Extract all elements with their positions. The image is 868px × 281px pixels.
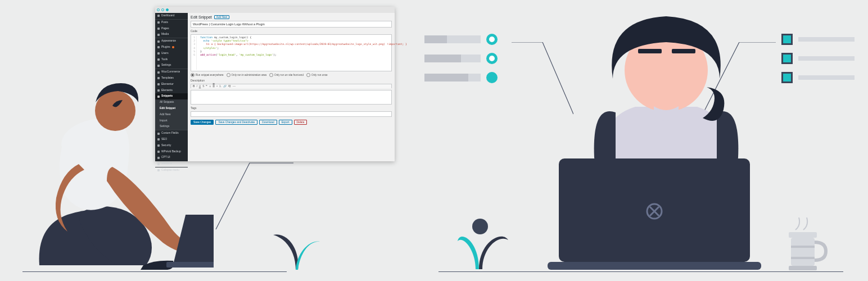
sidebar-item-woocommerce[interactable]: WooCommerce [155,69,188,75]
sidebar-item-cpt[interactable]: CPT UI [155,155,188,161]
sidebar-sub-add-new[interactable]: Add New [155,112,188,118]
svg-rect-13 [791,238,815,266]
sidebar-item-appearance[interactable]: Appearance [155,38,188,44]
slider-row [424,53,509,64]
sidebar-item-settings[interactable]: Settings [155,62,188,69]
sidebar-item-pages[interactable]: Pages [155,26,188,32]
svg-rect-16 [789,266,817,270]
checkbox-list-illustration [781,34,855,91]
unlink-icon[interactable]: ⛓ [228,85,231,88]
sidebar-item-snippets[interactable]: Snippets [155,93,188,99]
svg-rect-7 [548,262,761,270]
svg-point-11 [472,219,488,234]
rte-toolbar[interactable]: B I U S ❝ ≡ ≣ • 1. 🔗 ⛓ ⋯ [191,84,392,88]
plant-illustration-right [458,217,508,271]
sidebar-item-users[interactable]: Users [155,51,188,57]
code-editor-window: Dashboard Posts Pages Media Appearance P… [155,7,395,161]
link-icon[interactable]: 🔗 [223,85,227,88]
slider-controls-illustration [424,34,509,91]
code-editor[interactable]: 123456 function my_custom_login_logo() {… [191,34,392,71]
align-center-icon[interactable]: ≣ [213,85,215,88]
tags-input[interactable] [191,111,392,117]
window-dot [166,8,169,11]
window-dot [157,8,160,11]
action-button-row: Save Changes Save Changes and Deactivate… [191,120,392,125]
save-deactivate-button[interactable]: Save Changes and Deactivate [215,120,257,125]
update-badge-icon [172,46,174,48]
checkbox-icon [781,72,793,83]
svg-rect-12 [789,232,817,238]
checkbox-icon [781,34,793,45]
radio-frontend[interactable]: Only run on site front-end [269,73,304,77]
slider-row [424,34,509,45]
check-row [781,34,855,45]
sidebar-item-elements[interactable]: Elements [155,88,188,94]
sidebar-item-statistics[interactable]: Statistics [155,161,188,167]
quote-icon[interactable]: ❝ [206,85,207,88]
sidebar-item-templates[interactable]: Templates [155,75,188,81]
export-button[interactable]: Export [279,120,292,125]
slider-knob [486,34,498,45]
sidebar-item-posts[interactable]: Posts [155,19,188,26]
slider-knob [486,72,498,83]
sidebar-sub-all-snippets[interactable]: All Snippets [155,99,188,106]
sidebar-item-custom-fields[interactable]: Custom Fields [155,130,188,137]
svg-rect-15 [791,257,815,259]
code-label: Code [191,29,392,33]
sidebar-sub-settings[interactable]: Settings [155,124,188,130]
sidebar-item-elementor[interactable]: Elementor [155,81,188,88]
italic-icon[interactable]: I [196,85,197,88]
wp-admin-sidebar: Dashboard Posts Pages Media Appearance P… [155,13,188,161]
add-new-button[interactable]: Add New [214,15,229,19]
description-label: Description [191,79,392,82]
radio-admin[interactable]: Only run in administration area [227,73,267,77]
coffee-cup-illustration [784,217,829,271]
sidebar-item-dashboard[interactable]: Dashboard [155,13,188,19]
sidebar-item-plugins[interactable]: Plugins [155,44,188,51]
align-left-icon[interactable]: ≡ [209,85,211,88]
page-title: Edit Snippet Add New [191,15,392,19]
sidebar-item-seo[interactable]: SEO [155,137,188,143]
list-ul-icon[interactable]: • [216,85,218,88]
laptop-front-illustration [548,158,761,271]
svg-rect-4 [672,49,695,53]
slider-row [424,72,509,83]
run-scope-radios: Run snippet everywhere Only run in admin… [191,73,392,77]
sidebar-sub-import[interactable]: Import [155,118,188,124]
window-titlebar [155,7,395,13]
sidebar-item-tools[interactable]: Tools [155,57,188,63]
svg-rect-14 [791,246,815,248]
svg-rect-1 [166,262,214,268]
delete-button[interactable]: Delete [294,120,308,125]
underline-icon[interactable]: U [199,85,201,88]
more-icon[interactable]: ⋯ [233,85,236,88]
save-button[interactable]: Save Changes [191,120,214,125]
radio-once[interactable]: Only run once [306,73,328,77]
checkbox-icon [781,53,793,64]
check-row [781,72,855,83]
sidebar-item-collapse[interactable]: Collapse menu [155,167,188,174]
description-textarea[interactable] [191,90,392,105]
radio-everywhere[interactable]: Run snippet everywhere [191,73,224,77]
slider-knob [486,53,498,64]
strike-icon[interactable]: S [202,85,204,88]
sidebar-item-security[interactable]: Security [155,143,188,149]
bold-icon[interactable]: B [193,85,195,88]
page-title-text: Edit Snippet [191,15,212,19]
window-dot [161,8,164,11]
svg-rect-3 [638,49,662,53]
list-ol-icon[interactable]: 1. [219,85,221,88]
plant-illustration-left [270,220,320,271]
sidebar-item-media[interactable]: Media [155,31,188,38]
check-row [781,53,855,64]
ground-line-left [22,271,287,273]
sidebar-item-backup[interactable]: WPvivid Backup [155,149,188,155]
download-button[interactable]: Download [259,120,277,125]
tags-label: Tags [191,106,392,110]
svg-point-0 [95,90,135,131]
snippet-title-input[interactable]: WordPress | Customize Login Logo Without… [191,21,392,28]
editor-main-panel: Edit Snippet Add New WordPress | Customi… [188,13,395,161]
connector-line-middle-left [512,42,573,115]
sidebar-sub-edit-snippet[interactable]: Edit Snippet [155,106,188,112]
